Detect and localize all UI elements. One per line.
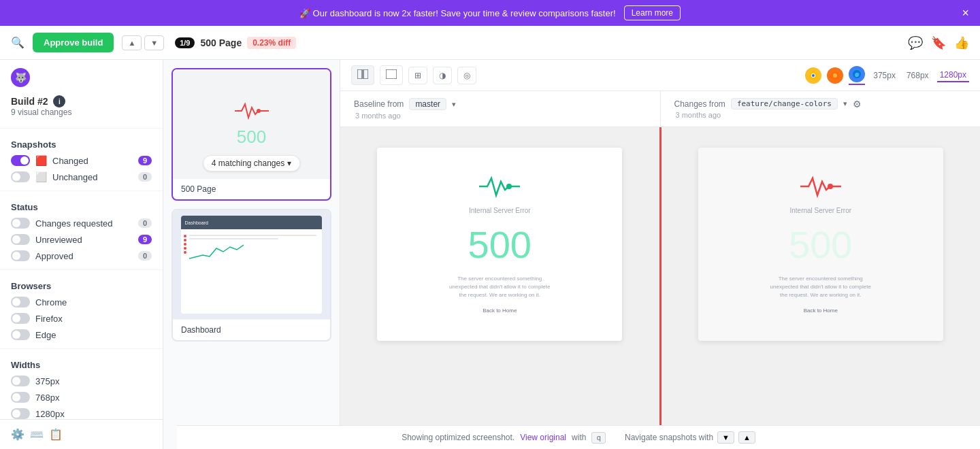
navigate-up-key[interactable]: ▲ [738, 431, 755, 444]
snapshot-card-dashboard[interactable]: Dashboard [172, 209, 331, 342]
edge-toggle[interactable] [11, 329, 30, 340]
sidebar-item-firefox[interactable]: Firefox [0, 310, 163, 327]
banner-text: 🚀 Our dashboard is now 2x faster! Save y… [299, 8, 616, 18]
changed-toggle[interactable] [11, 155, 30, 166]
browser-icons [805, 66, 865, 85]
topbar-action-icons: 💬 🔖 👍 [908, 35, 969, 50]
sidebar-item-375px[interactable]: 375px [0, 373, 163, 389]
nav-down-button[interactable]: ▼ [144, 35, 164, 50]
unchanged-toggle[interactable] [11, 171, 30, 182]
error-desc-left: The server encountered something unexpec… [445, 275, 554, 299]
changes-label: Changes from [674, 99, 725, 109]
split-view-icon [357, 69, 368, 79]
single-view-icon [386, 69, 397, 79]
matching-chevron-icon: ▾ [287, 159, 291, 168]
changed-label: Changed [52, 156, 88, 166]
firefox-toggle[interactable] [11, 313, 30, 324]
sidebar-item-unchanged[interactable]: ⬜ Unchanged 0 [0, 169, 163, 185]
chrome-toggle[interactable] [11, 297, 30, 307]
split-view-button[interactable] [351, 65, 374, 85]
bookmark-icon-button[interactable]: 🔖 [931, 35, 946, 50]
width-768-toggle[interactable] [11, 392, 30, 403]
baseline-branch: master [409, 98, 446, 110]
snapshot-name-500-page: 500 Page [173, 178, 330, 199]
comparison-headers: Baseline from master ▾ 3 months ago Chan… [340, 91, 980, 127]
overlay-view-button[interactable]: ⊞ [408, 67, 427, 84]
baseline-branch-dropdown[interactable]: ▾ [452, 100, 456, 109]
view-original-key: q [591, 432, 606, 444]
build-info-icon[interactable]: i [53, 95, 65, 107]
sidebar-item-1280px[interactable]: 1280px [0, 405, 163, 419]
matching-changes-badge[interactable]: 4 matching changes ▾ [203, 155, 300, 171]
unreviewed-toggle[interactable] [11, 234, 30, 245]
search-icon[interactable]: 🔍 [11, 36, 24, 49]
comment-icon-button[interactable]: 💬 [908, 35, 923, 50]
width-375-button[interactable]: 375px [870, 69, 898, 82]
sidebar-item-changes-requested[interactable]: Changes requested 0 [0, 215, 163, 231]
sidebar-content: 🐺 Build #2 i 9 visual changes Snapshots [0, 60, 163, 419]
changes-requested-toggle[interactable] [11, 218, 30, 229]
changed-icon: 🟥 [35, 155, 47, 166]
changes-header: Changes from feature/change-colors ▾ ⚙ 3… [660, 91, 981, 127]
sidebar-item-unreviewed[interactable]: Unreviewed 9 [0, 231, 163, 248]
gear-icon-button[interactable]: ⚙ [853, 99, 862, 110]
back-link-right[interactable]: Back to Home [804, 307, 838, 314]
focus-view-button[interactable]: ◎ [457, 67, 476, 84]
view-original-link[interactable]: View original [520, 433, 566, 442]
page-name: 500 Page [200, 37, 242, 48]
unreviewed-count: 9 [138, 235, 152, 244]
width-buttons: 375px 768px 1280px [870, 69, 969, 82]
approved-toggle[interactable] [11, 250, 30, 261]
chrome-browser-selector[interactable] [805, 67, 821, 84]
changes-panel: Internal Server Error 500 The server enc… [659, 127, 981, 449]
heartbeat-left-icon [479, 175, 520, 199]
diff-view-button[interactable]: ◑ [433, 67, 452, 84]
width-1280-button[interactable]: 1280px [937, 69, 969, 82]
baseline-label: Baseline from [354, 99, 404, 109]
sidebar-item-approved[interactable]: Approved 0 [0, 248, 163, 264]
nav-up-button[interactable]: ▲ [122, 35, 142, 50]
firefox-browser-selector[interactable] [827, 67, 843, 84]
sidebar: 🐺 Build #2 i 9 visual changes Snapshots [0, 60, 163, 449]
chrome-browser-icon [808, 71, 818, 80]
build-title: Build #2 [11, 96, 48, 107]
width-375-toggle[interactable] [11, 376, 30, 386]
sidebar-keyboard-button[interactable]: ⌨️ [30, 428, 44, 441]
heartbeat-right-icon [800, 175, 841, 199]
main-content: ⊞ ◑ ◎ [340, 60, 980, 449]
sidebar-settings-button[interactable]: ⚙️ [11, 428, 24, 441]
navigate-down-key[interactable]: ▼ [717, 431, 734, 444]
build-info: Build #2 i 9 visual changes [0, 95, 163, 122]
changes-branch-dropdown[interactable]: ▾ [843, 99, 847, 108]
svg-point-8 [833, 73, 837, 78]
browsers-section-title: Browsers [0, 276, 163, 294]
sidebar-item-changed[interactable]: 🟥 Changed 9 [0, 152, 163, 169]
logo-icon: 🐺 [11, 68, 30, 87]
sidebar-info-button[interactable]: 📋 [49, 428, 63, 441]
svg-point-6 [812, 74, 815, 77]
width-768-button[interactable]: 768px [904, 69, 932, 82]
snapshot-preview-dashboard: Dashboard [173, 210, 330, 319]
changes-date: 3 months ago [674, 111, 967, 119]
width-1280-toggle[interactable] [11, 408, 30, 419]
banner-close-button[interactable]: × [962, 6, 969, 20]
sidebar-item-768px[interactable]: 768px [0, 389, 163, 405]
diff-badge: 0.23% diff [247, 37, 296, 49]
changed-count: 9 [138, 156, 152, 165]
sidebar-item-chrome[interactable]: Chrome [0, 294, 163, 310]
unreviewed-label: Unreviewed [35, 235, 82, 245]
back-link-left[interactable]: Back to Home [483, 307, 517, 314]
single-view-button[interactable] [380, 65, 403, 85]
snapshot-card-500-page[interactable]: 500 4 matching changes ▾ 500 Page [172, 68, 331, 201]
widths-section-title: Widths [0, 354, 163, 373]
approve-build-button[interactable]: Approve build [33, 33, 114, 52]
edge-browser-selector[interactable] [849, 66, 865, 85]
svg-point-11 [828, 184, 833, 189]
learn-more-button[interactable]: Learn more [624, 5, 681, 20]
sidebar-item-edge[interactable]: Edge [0, 327, 163, 343]
svg-point-10 [506, 184, 512, 189]
unchanged-label: Unchanged [52, 172, 98, 182]
dashboard-mini-preview: Dashboard [181, 216, 323, 314]
thumbs-up-icon-button[interactable]: 👍 [954, 35, 969, 50]
edge-browser-icon [852, 69, 862, 79]
